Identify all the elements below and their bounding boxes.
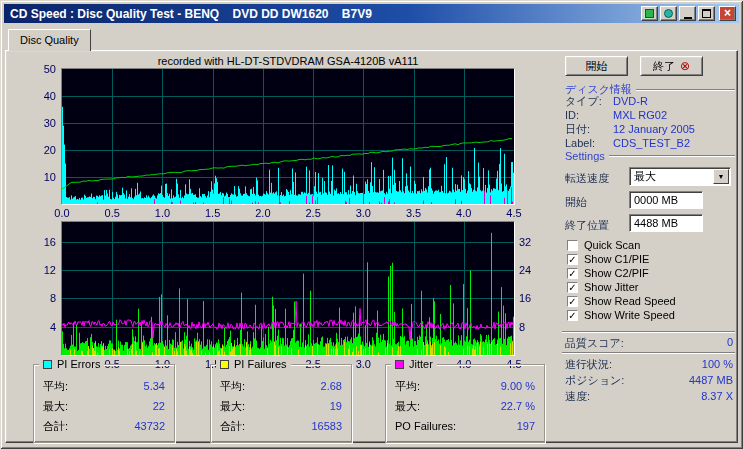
legend-color-swatch — [395, 360, 404, 369]
stat-row: 平均:9.00 % — [395, 376, 535, 396]
stat-value: 19 — [330, 400, 342, 412]
stat-label: 最大: — [395, 399, 420, 414]
stat-box-title: PI Errors — [39, 358, 104, 370]
header-rule — [609, 155, 735, 157]
disc-info-value: CDS_TEST_B2 — [613, 137, 690, 149]
stat-row: 最大:22 — [43, 396, 165, 416]
start-scan-button[interactable]: 開始 — [565, 56, 628, 76]
chart-capture-button[interactable] — [641, 6, 658, 21]
quality-score-row: 品質スコア: 0 — [565, 336, 733, 351]
maximize-button[interactable] — [698, 6, 715, 21]
checkbox-quick-scan[interactable]: Quick Scan — [567, 238, 735, 252]
disc-info-rows: タイプ:DVD-RID:MXL RG02日付:12 January 2005La… — [565, 94, 735, 150]
checkbox-label: Show Jitter — [584, 281, 638, 293]
stat-box-title-text: PI Errors — [57, 358, 100, 370]
close-icon: × — [724, 7, 731, 20]
start-scan-label: 開始 — [586, 59, 608, 74]
pi-errors-canvas — [62, 69, 514, 204]
settings-header: Settings — [565, 150, 735, 162]
recorded-with-label: recorded with HL-DT-STDVDRAM GSA-4120B v… — [62, 55, 514, 67]
checkbox-show-read-speed[interactable]: ✓Show Read Speed — [567, 294, 735, 308]
app-window: CD Speed : Disc Quality Test - BENQ DVD … — [0, 0, 743, 449]
stat-row: 最大:22.7 % — [395, 396, 535, 416]
chart-export-button[interactable] — [660, 6, 677, 21]
status-value: 4487 MB — [689, 374, 733, 386]
header-rule — [636, 89, 735, 91]
stat-label: 平均: — [220, 379, 245, 394]
disc-info-value: 12 January 2005 — [613, 123, 695, 135]
tab-disc-quality[interactable]: Disc Quality — [8, 29, 91, 51]
checkbox-box[interactable]: ✓ — [567, 254, 578, 265]
separator — [562, 331, 735, 333]
stat-value: 5.34 — [144, 380, 165, 392]
checkbox-show-c1-pie[interactable]: ✓Show C1/PIE — [567, 252, 735, 266]
stat-label: 最大: — [220, 399, 245, 414]
disc-info-label: 日付: — [565, 122, 613, 137]
stat-label: 最大: — [43, 399, 68, 414]
stat-row: 最大:19 — [220, 396, 342, 416]
stat-row: 平均:2.68 — [220, 376, 342, 396]
checkbox-label: Show Read Speed — [584, 295, 676, 307]
dropdown-button[interactable]: ▼ — [713, 169, 729, 184]
end-position-label: 終了位置 — [565, 218, 609, 233]
stat-value: 9.00 % — [501, 380, 535, 392]
checkbox-label: Show C1/PIE — [584, 253, 649, 265]
settings-checkboxes: Quick Scan✓Show C1/PIE✓Show C2/PIF✓Show … — [567, 238, 735, 322]
disc-info-label: Label: — [565, 137, 613, 149]
transfer-speed-select[interactable]: 最大 ▼ — [629, 167, 731, 186]
titlebar: CD Speed : Disc Quality Test - BENQ DVD … — [4, 4, 739, 23]
disc-info-label: タイプ: — [565, 94, 613, 109]
legend-color-swatch — [43, 360, 52, 369]
stat-value: 22 — [153, 400, 165, 412]
stat-value: 197 — [517, 420, 535, 432]
disc-info-row: 日付:12 January 2005 — [565, 122, 735, 136]
disc-info-row: タイプ:DVD-R — [565, 94, 735, 108]
minimize-button[interactable] — [679, 6, 696, 21]
chevron-down-icon: ▼ — [718, 173, 725, 180]
minimize-icon — [684, 17, 692, 19]
transfer-speed-label: 転送速度 — [565, 171, 609, 186]
stat-box-pi-failures: PI Failures平均:2.68最大:19合計:16583 — [210, 364, 352, 443]
stat-label: 合計: — [43, 419, 68, 434]
disc-info-row: Label:CDS_TEST_B2 — [565, 136, 735, 150]
exit-button[interactable]: 終了 ⊗ — [640, 56, 703, 76]
legend-color-swatch — [220, 360, 229, 369]
start-position-input[interactable]: 0000 MB — [629, 191, 703, 209]
stat-box-jitter: Jitter平均:9.00 %最大:22.7 %PO Failures:197 — [385, 364, 545, 443]
checkbox-label: Quick Scan — [584, 239, 640, 251]
status-rows: 進行状況:100 %ポジション:4487 MB速度:8.37 X — [565, 356, 733, 404]
checkbox-show-jitter[interactable]: ✓Show Jitter — [567, 280, 735, 294]
disc-info-label: ID: — [565, 109, 613, 121]
end-position-input[interactable]: 4488 MB — [629, 214, 703, 232]
quality-score-label: 品質スコア: — [565, 336, 624, 351]
checkbox-box[interactable] — [567, 240, 578, 251]
status-value: 100 % — [702, 358, 733, 370]
close-button[interactable]: × — [719, 6, 736, 21]
pi-failures-jitter-plot — [61, 221, 515, 356]
stat-row: 平均:5.34 — [43, 376, 165, 396]
stat-box-title-text: Jitter — [409, 358, 433, 370]
checkbox-label: Show C2/PIF — [584, 267, 649, 279]
stat-rows: 平均:2.68最大:19合計:16583 — [220, 376, 342, 436]
stat-rows: 平均:9.00 %最大:22.7 %PO Failures:197 — [395, 376, 535, 436]
stat-box-pi-errors: PI Errors平均:5.34最大:22合計:43732 — [33, 364, 175, 443]
checkbox-box[interactable]: ✓ — [567, 282, 578, 293]
checkbox-show-c2-pif[interactable]: ✓Show C2/PIF — [567, 266, 735, 280]
checkbox-box[interactable]: ✓ — [567, 268, 578, 279]
disc-info-row: ID:MXL RG02 — [565, 108, 735, 122]
stat-row: PO Failures:197 — [395, 416, 535, 436]
checkbox-box[interactable]: ✓ — [567, 296, 578, 307]
settings-header-text: Settings — [565, 150, 605, 162]
status-label: ポジション: — [565, 373, 624, 388]
checkbox-show-write-speed[interactable]: ✓Show Write Speed — [567, 308, 735, 322]
stat-box-title-text: PI Failures — [234, 358, 287, 370]
status-label: 速度: — [565, 389, 590, 404]
start-position-label: 開始 — [565, 195, 587, 210]
checkbox-box[interactable]: ✓ — [567, 310, 578, 321]
pi-failures-jitter-canvas — [62, 222, 514, 355]
checkbox-label: Show Write Speed — [584, 309, 675, 321]
stat-value: 43732 — [134, 420, 165, 432]
status-value: 8.37 X — [701, 390, 733, 402]
stat-label: 合計: — [220, 419, 245, 434]
maximize-icon — [702, 9, 711, 18]
